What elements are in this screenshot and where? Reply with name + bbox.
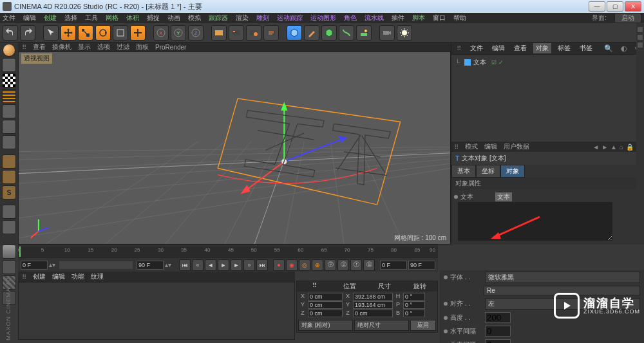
attr-font-style-dropdown[interactable]: Re bbox=[484, 286, 640, 295]
snap-s-button[interactable]: S bbox=[2, 185, 16, 199]
menu-script[interactable]: 脚本 bbox=[412, 14, 425, 23]
prev-frame-button[interactable]: ◄ bbox=[205, 259, 216, 271]
om-search-icon[interactable]: 🔍 bbox=[601, 44, 616, 53]
attr-subtab-basic[interactable]: 基本 bbox=[451, 165, 476, 178]
om-tab-file[interactable]: 文件 bbox=[468, 43, 486, 53]
mat-tab-create[interactable]: 创建 bbox=[33, 272, 46, 281]
prev-key-button[interactable]: « bbox=[192, 259, 204, 271]
om-tab-edit[interactable]: 编辑 bbox=[489, 43, 507, 53]
key-p-button[interactable]: ⓟ bbox=[325, 259, 336, 271]
render-settings-button[interactable] bbox=[246, 25, 261, 41]
frame-start-input[interactable] bbox=[21, 261, 48, 270]
object-tree-item-text[interactable]: └ 文本 ☑ ✓ bbox=[454, 57, 641, 68]
menu-sim[interactable]: 模拟 bbox=[188, 14, 201, 23]
coords-b-rot[interactable] bbox=[403, 310, 425, 317]
om-tab-object[interactable]: 对象 bbox=[533, 43, 551, 53]
goto-end-button[interactable]: ⏭ bbox=[256, 259, 268, 271]
attr-text-input[interactable] bbox=[458, 202, 612, 241]
menu-file[interactable]: 文件 bbox=[3, 14, 15, 23]
menu-edit[interactable]: 编辑 bbox=[23, 14, 36, 23]
redo-button[interactable] bbox=[20, 25, 35, 41]
vp-menu-camera[interactable]: 摄像机 bbox=[52, 42, 71, 51]
coords-z-pos[interactable] bbox=[308, 310, 343, 317]
maximize-button[interactable]: ▢ bbox=[607, 1, 623, 12]
vp-menu-filter[interactable]: 过滤 bbox=[117, 42, 129, 51]
layout-dropdown[interactable]: 启动 bbox=[614, 13, 641, 23]
menu-plugins[interactable]: 插件 bbox=[392, 14, 404, 23]
minimize-button[interactable]: — bbox=[589, 1, 605, 12]
goto-start-button[interactable]: ⏮ bbox=[179, 259, 191, 271]
menu-tracker[interactable]: 跟踪器 bbox=[209, 14, 228, 23]
vp-menu-options[interactable]: 选项 bbox=[97, 42, 110, 51]
workplane-toggle-button[interactable] bbox=[2, 205, 16, 219]
perspective-viewport[interactable]: 透视视图 bbox=[18, 51, 451, 245]
vp-menu-view[interactable]: 查看 bbox=[33, 42, 46, 51]
workplane-mode-button[interactable] bbox=[2, 89, 16, 103]
undo-button[interactable] bbox=[3, 25, 18, 41]
last-tool[interactable] bbox=[113, 25, 128, 41]
attr-height-input[interactable] bbox=[485, 312, 511, 323]
key-r-button[interactable]: ⓡ bbox=[350, 259, 362, 271]
attr-font-dropdown[interactable]: 微软雅黑 bbox=[485, 272, 640, 283]
attr-hspace-input[interactable] bbox=[485, 326, 511, 337]
texture-mode-button[interactable] bbox=[2, 73, 16, 88]
menu-anim[interactable]: 动画 bbox=[167, 14, 180, 23]
key-s-button[interactable]: ⓢ bbox=[337, 259, 349, 271]
coords-mode-dropdown[interactable]: 对象 (相对) bbox=[298, 320, 353, 331]
layers-1-button[interactable] bbox=[2, 245, 16, 259]
coords-apply-button[interactable]: 应用 bbox=[410, 320, 436, 331]
scale-tool[interactable] bbox=[78, 25, 93, 41]
coords-y-size[interactable] bbox=[353, 301, 393, 309]
deformer-button[interactable] bbox=[339, 25, 354, 41]
play-fwd-button[interactable]: ► bbox=[218, 259, 229, 271]
move-tool[interactable] bbox=[61, 25, 76, 41]
axis-z-button[interactable]: Z bbox=[188, 25, 204, 41]
frame-start2-input[interactable] bbox=[380, 261, 407, 270]
object-visibility-toggles[interactable]: ☑ ✓ bbox=[491, 59, 504, 66]
soft-select-button[interactable] bbox=[2, 170, 16, 184]
mat-tab-tex[interactable]: 纹理 bbox=[91, 272, 104, 281]
render-queue-button[interactable] bbox=[263, 25, 279, 41]
model-mode-button[interactable] bbox=[2, 58, 16, 72]
coords-y-pos[interactable] bbox=[308, 301, 343, 309]
autokey-button[interactable]: ◉ bbox=[286, 259, 298, 271]
light-button[interactable] bbox=[397, 25, 412, 41]
coords-p-rot[interactable] bbox=[403, 301, 425, 309]
next-key-button[interactable]: » bbox=[243, 259, 255, 271]
locked-workplane-button[interactable] bbox=[2, 220, 16, 234]
coords-x-pos[interactable] bbox=[308, 293, 343, 301]
coords-x-size[interactable] bbox=[353, 293, 393, 301]
attr-lock-icon[interactable]: 🔒 bbox=[626, 144, 634, 151]
render-view-button[interactable] bbox=[211, 25, 227, 41]
axis-x-button[interactable]: X bbox=[153, 25, 169, 41]
attr-tab-edit[interactable]: 编辑 bbox=[484, 142, 497, 151]
attr-nav-fwd-icon[interactable]: ► bbox=[601, 144, 608, 151]
menu-pipeline[interactable]: 流水线 bbox=[365, 14, 384, 23]
attr-nav-up-icon[interactable]: ▲ bbox=[611, 144, 617, 151]
menu-mograph[interactable]: 运动图形 bbox=[310, 14, 336, 23]
frame-end2-input[interactable] bbox=[408, 261, 435, 270]
attr-nav-back-icon[interactable]: ◄ bbox=[592, 144, 599, 151]
rotate-tool[interactable] bbox=[95, 25, 111, 41]
attr-subtab-object[interactable]: 对象 bbox=[500, 165, 525, 178]
attr-subtab-coord[interactable]: 坐标 bbox=[476, 165, 500, 178]
om-tab-view[interactable]: 查看 bbox=[511, 43, 529, 53]
menu-snap[interactable]: 捕捉 bbox=[147, 14, 160, 23]
coords-size-mode-dropdown[interactable]: 绝对尺寸 bbox=[354, 320, 409, 331]
attr-tab-userdata[interactable]: 用户数据 bbox=[504, 142, 529, 151]
menu-render[interactable]: 渲染 bbox=[236, 14, 249, 23]
layers-2-button[interactable] bbox=[2, 260, 16, 274]
environment-button[interactable] bbox=[356, 25, 372, 41]
vp-menu-display[interactable]: 显示 bbox=[78, 42, 91, 51]
menu-select[interactable]: 选择 bbox=[64, 14, 77, 23]
attr-vspace-input[interactable] bbox=[485, 339, 511, 343]
menu-mesh[interactable]: 网格 bbox=[106, 14, 118, 23]
render-pv-button[interactable] bbox=[229, 25, 244, 41]
om-tab-bookmarks[interactable]: 书签 bbox=[577, 43, 595, 53]
spline-pen-button[interactable] bbox=[304, 25, 319, 41]
mat-tab-func[interactable]: 功能 bbox=[71, 272, 84, 281]
key-a-button[interactable]: ⓐ bbox=[363, 259, 375, 271]
axis-toggle-button[interactable] bbox=[2, 154, 16, 169]
polygon-mode-button[interactable] bbox=[2, 135, 16, 149]
material-manager-body[interactable] bbox=[18, 282, 295, 340]
